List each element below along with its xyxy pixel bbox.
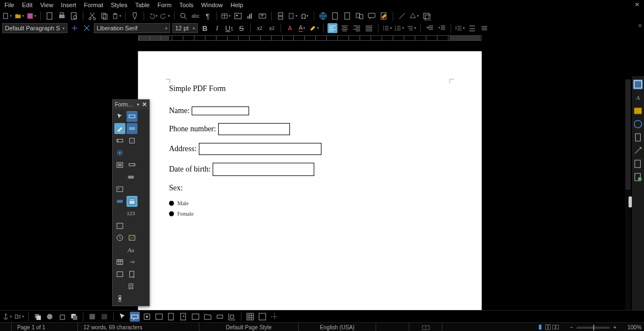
update-style-button[interactable] — [70, 23, 80, 33]
form-panel-titlebar[interactable]: Form ... ▾ ✕ — [113, 100, 149, 109]
currency-field-icon[interactable] — [114, 220, 125, 231]
menu-format[interactable]: Format — [84, 2, 103, 8]
page-content[interactable]: Simple PDF Form Name: Phone number: Addr… — [138, 51, 482, 227]
numeric-field-icon[interactable]: 123 — [125, 208, 136, 219]
new-button[interactable] — [2, 11, 12, 21]
combobox-icon[interactable] — [126, 159, 138, 170]
zoom-percent[interactable]: 100% — [622, 323, 644, 331]
dropdown-icon[interactable]: ▾ — [62, 26, 65, 31]
print-button[interactable] — [57, 11, 67, 21]
bold-button[interactable]: B — [200, 23, 210, 33]
name-textbox[interactable] — [192, 106, 249, 115]
multi-page-view-icon[interactable] — [545, 324, 551, 332]
horizontal-ruler[interactable] — [0, 34, 644, 42]
save-status-icon[interactable] — [0, 323, 12, 331]
dob-textbox[interactable] — [213, 163, 314, 176]
form-design-button[interactable] — [130, 312, 140, 322]
outline-button[interactable] — [407, 23, 416, 33]
zoom-slider[interactable] — [577, 327, 610, 329]
select-tool-icon[interactable] — [114, 111, 125, 122]
page-style-status[interactable]: Default Page Style — [199, 323, 299, 331]
male-radio[interactable] — [169, 201, 174, 206]
selection-mode-status[interactable] — [409, 323, 442, 331]
grid-button[interactable] — [245, 312, 255, 322]
single-page-view-icon[interactable] — [537, 324, 543, 332]
to-back-button[interactable] — [69, 312, 79, 322]
new-style-button[interactable] — [82, 23, 92, 33]
formatting-marks-button[interactable]: ¶ — [203, 11, 213, 21]
navigator-icon[interactable] — [633, 119, 643, 129]
clear-format-button[interactable]: A — [285, 23, 295, 33]
copy-button[interactable] — [99, 11, 109, 21]
paragraph-style-input[interactable] — [5, 25, 60, 31]
document-page[interactable]: Simple PDF Form Name: Phone number: Addr… — [138, 51, 482, 310]
highlight-button[interactable] — [309, 23, 319, 33]
window-close-button[interactable]: ✕ — [635, 1, 640, 8]
pushbutton-icon[interactable] — [125, 172, 136, 183]
justify-button[interactable] — [364, 23, 374, 33]
undo-button[interactable] — [148, 11, 158, 21]
female-radio[interactable] — [169, 211, 174, 216]
imagebutton-icon[interactable] — [114, 184, 125, 195]
dropdown-icon[interactable]: ▾ — [193, 26, 195, 31]
para-space-dec-button[interactable] — [479, 23, 489, 33]
increase-indent-button[interactable] — [425, 23, 435, 33]
paragraph-style-combo[interactable]: ▾ — [2, 23, 67, 33]
add-field-button[interactable] — [178, 312, 188, 322]
menu-view[interactable]: View — [40, 2, 54, 8]
form-panel-dropdown-icon[interactable]: ▾ — [137, 102, 139, 107]
strikethrough-button[interactable]: S — [236, 23, 246, 33]
paste-button[interactable] — [112, 11, 122, 21]
numbering-button[interactable]: 123 — [394, 23, 404, 33]
checkbox-icon[interactable] — [126, 135, 138, 146]
line-spacing-button[interactable] — [455, 23, 465, 33]
insert-chart-button[interactable] — [245, 11, 255, 21]
to-front-button[interactable] — [33, 312, 43, 322]
font-name-input[interactable] — [97, 25, 163, 31]
file-selection-icon[interactable] — [126, 269, 138, 280]
wrap-button[interactable] — [14, 312, 24, 322]
snap-grid-button[interactable] — [257, 312, 267, 322]
italic-button[interactable]: I — [212, 23, 222, 33]
cut-button[interactable] — [87, 11, 97, 21]
insert-image-button[interactable] — [233, 11, 243, 21]
font-size-input[interactable] — [175, 25, 191, 31]
form-panel-close-button[interactable]: ✕ — [142, 101, 147, 108]
manage-changes-icon[interactable] — [633, 159, 643, 169]
word-count-status[interactable]: 12 words, 69 characters — [78, 323, 199, 331]
save-button[interactable] — [27, 11, 36, 21]
bullets-button[interactable] — [382, 23, 392, 33]
menu-file[interactable]: File — [4, 2, 14, 8]
underline-button[interactable]: U — [224, 23, 234, 33]
bookmark-button[interactable] — [342, 11, 352, 21]
align-right-button[interactable] — [352, 23, 362, 33]
menu-form[interactable]: Form — [157, 2, 172, 8]
date-field-icon[interactable] — [126, 196, 138, 207]
forward-button[interactable] — [45, 312, 55, 322]
dropdown-icon[interactable]: ▾ — [165, 26, 167, 31]
footnote-button[interactable] — [330, 11, 340, 21]
clone-format-button[interactable] — [130, 11, 140, 21]
open-button[interactable] — [14, 11, 24, 21]
position-size-button[interactable] — [227, 312, 237, 322]
comment-button[interactable] — [367, 11, 377, 21]
align-center-button[interactable] — [340, 23, 350, 33]
align-left-button[interactable] — [328, 23, 337, 33]
menu-window[interactable]: Window — [201, 2, 223, 8]
find-button[interactable] — [178, 11, 188, 21]
vertical-scrollbar[interactable] — [625, 79, 631, 310]
spellcheck-button[interactable]: abc — [191, 11, 200, 21]
menu-help[interactable]: Help — [230, 2, 243, 8]
auto-focus-button[interactable] — [215, 312, 225, 322]
cross-ref-button[interactable] — [355, 11, 365, 21]
menu-insert[interactable]: Insert — [61, 2, 76, 8]
font-color-button[interactable]: A — [297, 23, 307, 33]
scrollbar-thumb[interactable] — [625, 79, 631, 190]
foreground-button[interactable] — [87, 312, 97, 322]
menu-tools[interactable]: Tools — [180, 2, 194, 8]
image-control-icon[interactable] — [114, 269, 125, 280]
insert-field-button[interactable] — [288, 11, 298, 21]
page-status[interactable]: Page 1 of 1 — [12, 323, 78, 331]
background-button[interactable] — [99, 312, 109, 322]
superscript-button[interactable]: x2 — [255, 23, 265, 33]
